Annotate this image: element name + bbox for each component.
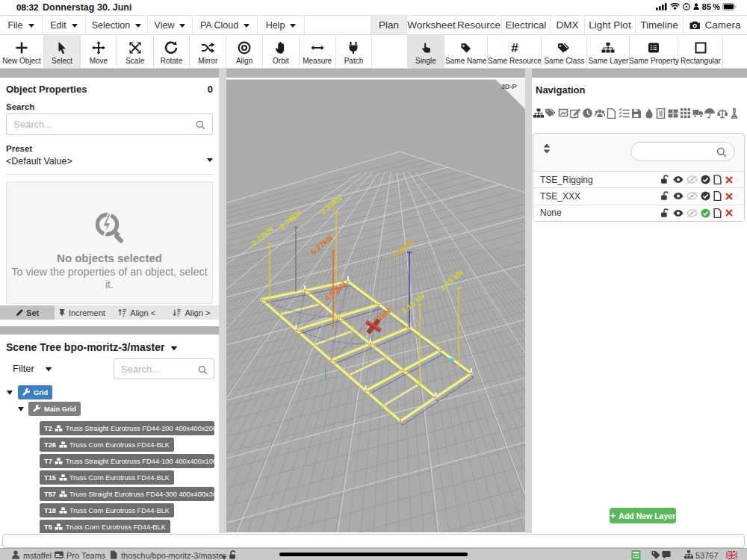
svg-text:3D-P: 3D-P [501, 83, 517, 90]
